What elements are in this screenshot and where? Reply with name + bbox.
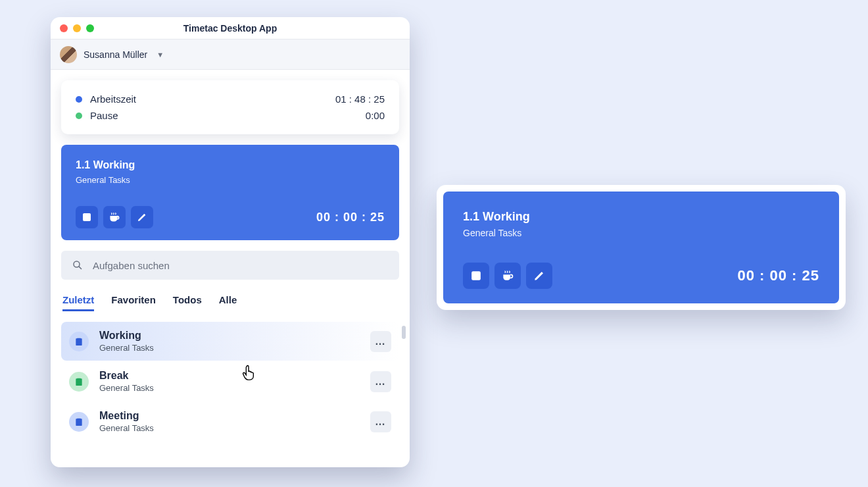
stop-button[interactable] (76, 206, 98, 228)
task-row[interactable]: Break General Tasks … (61, 362, 399, 401)
coffee-icon (108, 211, 120, 223)
svg-rect-3 (471, 271, 481, 280)
tab-todos[interactable]: Todos (173, 294, 202, 311)
stop-icon (82, 213, 91, 222)
clipboard-icon (69, 412, 89, 432)
summary-row-work: Arbeitszeit 01 : 48 : 25 (76, 91, 385, 107)
task-subtitle: General Tasks (99, 343, 360, 353)
svg-line-2 (79, 267, 82, 269)
widget-title: 1.1 Working (463, 210, 819, 224)
summary-card: Arbeitszeit 01 : 48 : 25 Pause 0:00 (61, 80, 399, 134)
tab-recent[interactable]: Zuletzt (62, 294, 94, 311)
timer-value: 00 : 00 : 25 (316, 211, 385, 224)
clipboard-icon (69, 332, 89, 351)
stop-icon (471, 270, 481, 281)
break-button[interactable] (103, 206, 126, 228)
stop-button[interactable] (463, 263, 489, 289)
summary-work-value: 01 : 48 : 25 (335, 93, 385, 105)
window-title: Timetac Desktop App (51, 23, 410, 34)
pencil-icon (137, 212, 147, 222)
tab-favorites[interactable]: Favoriten (111, 294, 156, 311)
edit-button[interactable] (526, 263, 552, 289)
search-icon (72, 259, 84, 271)
widget-subtitle: General Tasks (463, 228, 819, 238)
summary-pause-label: Pause (90, 110, 118, 121)
svg-point-1 (74, 261, 80, 267)
app-window: Timetac Desktop App Susanna Müller ▼ Arb… (51, 17, 410, 467)
task-tabs: Zuletzt Favoriten Todos Alle (61, 290, 399, 311)
username: Susanna Müller (84, 49, 147, 60)
search-box[interactable] (61, 251, 399, 280)
avatar (60, 46, 77, 63)
svg-rect-0 (83, 213, 91, 221)
mini-widget-window: 1.1 Working General Tasks 00 : 00 : 25 (437, 185, 846, 310)
more-button[interactable]: … (370, 371, 391, 392)
task-list: Working General Tasks … Break General Ta… (61, 322, 399, 441)
content-area: Arbeitszeit 01 : 48 : 25 Pause 0:00 1.1 … (51, 70, 410, 451)
scrollbar-thumb[interactable] (402, 326, 406, 339)
summary-pause-value: 0:00 (366, 110, 385, 121)
clipboard-icon (69, 372, 89, 392)
dot-icon (76, 96, 82, 103)
chevron-down-icon: ▼ (157, 51, 164, 59)
user-menu[interactable]: Susanna Müller ▼ (51, 39, 410, 70)
task-title: Meeting (99, 410, 360, 422)
task-subtitle: General Tasks (99, 383, 360, 393)
widget-timer-value: 00 : 00 : 25 (737, 267, 819, 284)
widget-controls (463, 263, 552, 289)
coffee-icon (501, 269, 514, 282)
timer-title: 1.1 Working (76, 159, 385, 171)
pencil-icon (533, 270, 545, 282)
timer-controls (76, 206, 153, 228)
summary-row-pause: Pause 0:00 (76, 107, 385, 124)
task-title: Working (99, 330, 360, 342)
search-input[interactable] (93, 260, 389, 271)
more-button[interactable]: … (370, 411, 391, 432)
summary-work-label: Arbeitszeit (90, 93, 136, 105)
timer-subtitle: General Tasks (76, 175, 385, 185)
active-timer-card: 1.1 Working General Tasks 00 : 00 : 25 (61, 145, 399, 240)
dot-icon (76, 113, 82, 119)
task-row[interactable]: Working General Tasks … (61, 322, 399, 361)
mini-timer-card: 1.1 Working General Tasks 00 : 00 : 25 (443, 192, 839, 303)
edit-button[interactable] (131, 206, 153, 228)
task-title: Break (99, 370, 360, 382)
tab-all[interactable]: Alle (219, 294, 237, 311)
task-subtitle: General Tasks (99, 423, 360, 433)
titlebar: Timetac Desktop App (51, 17, 410, 39)
more-button[interactable]: … (370, 331, 391, 352)
task-row[interactable]: Meeting General Tasks … (61, 402, 399, 441)
break-button[interactable] (494, 263, 521, 289)
